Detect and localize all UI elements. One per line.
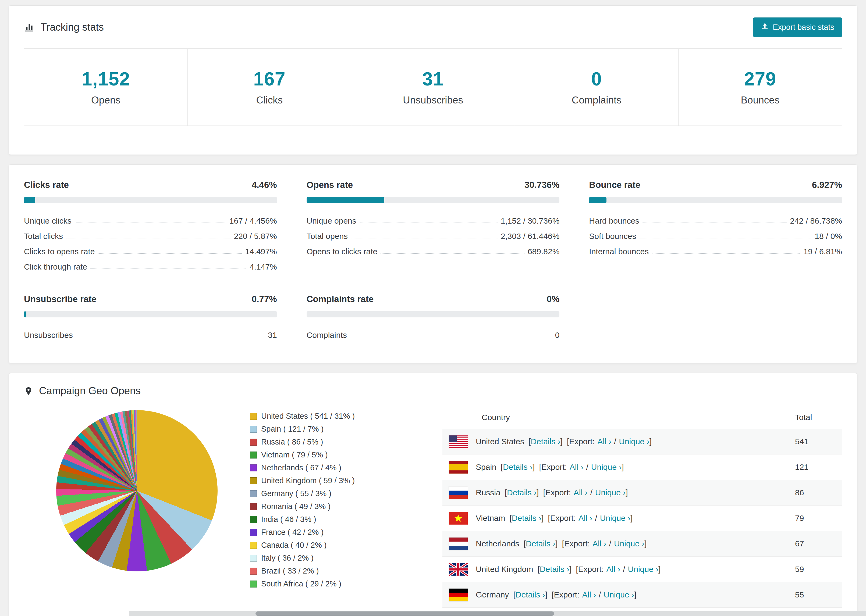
export-unique-link[interactable]: Unique › xyxy=(604,590,634,599)
dotted-leader xyxy=(652,253,800,254)
rate-detail-label: Hard bounces xyxy=(589,216,639,225)
export-unique-link[interactable]: Unique › xyxy=(619,437,649,446)
rate-detail-label: Soft bounces xyxy=(589,232,636,241)
export-all-link[interactable]: All › xyxy=(582,590,596,599)
stat-boxes-row: 1,152 Opens 167 Clicks 31 Unsubscribes 0… xyxy=(24,49,842,126)
export-unique-link[interactable]: Unique › xyxy=(591,462,622,471)
export-basic-stats-button[interactable]: Export basic stats xyxy=(753,17,842,37)
rate-detail-value: 31 xyxy=(268,331,277,340)
map-pin-icon xyxy=(24,385,33,397)
rate-value: 30.736% xyxy=(524,180,559,190)
details-link[interactable]: Details › xyxy=(503,462,532,471)
export-all-link[interactable]: All › xyxy=(592,539,606,548)
export-all-link[interactable]: All › xyxy=(597,437,611,446)
stat-label: Clicks xyxy=(256,94,283,106)
rate-detail-value: 220 / 5.87% xyxy=(234,232,277,241)
details-link[interactable]: Details › xyxy=(516,590,545,599)
dotted-leader xyxy=(639,238,811,238)
dotted-leader xyxy=(98,253,242,254)
export-all-link[interactable]: All › xyxy=(578,514,592,522)
legend-label: Italy ( 36 / 2% ) xyxy=(261,554,313,563)
stat-label: Complaints xyxy=(572,94,622,106)
legend-label: India ( 46 / 3% ) xyxy=(261,515,316,524)
rate-detail-label: Total opens xyxy=(307,232,348,241)
stat-box: 1,152 Opens xyxy=(24,49,188,126)
legend-label: Brazil ( 33 / 2% ) xyxy=(261,567,319,575)
export-all-link[interactable]: All › xyxy=(570,462,584,471)
country-total: 59 xyxy=(795,565,842,574)
country-flag-icon xyxy=(449,537,468,550)
rate-title: Complaints rate xyxy=(307,294,373,304)
legend-label: Russia ( 86 / 5% ) xyxy=(261,438,323,446)
legend-item: United Kingdom ( 59 / 3% ) xyxy=(250,476,438,485)
campaign-geo-opens-card: Campaign Geo Opens United States ( 541 /… xyxy=(9,373,857,616)
tracking-stats-title-row: Tracking stats xyxy=(24,22,104,33)
details-link[interactable]: Details › xyxy=(526,539,555,548)
geo-table-row: United Kingdom [Details ›] [Export:All ›… xyxy=(442,556,842,582)
export-all-link[interactable]: All › xyxy=(574,488,587,497)
rate-detail-value: 14.497% xyxy=(245,247,277,256)
rate-detail-label: Total clicks xyxy=(24,232,63,241)
legend-swatch xyxy=(250,542,257,549)
stat-label: Opens xyxy=(91,94,120,106)
geo-pie-chart[interactable] xyxy=(56,410,217,571)
rate-value: 6.927% xyxy=(812,180,842,190)
rate-detail-value: 1,152 / 30.736% xyxy=(501,216,560,225)
geo-table-header: Country Total xyxy=(442,406,842,429)
export-unique-link[interactable]: Unique › xyxy=(628,565,658,574)
horizontal-scrollbar-thumb[interactable] xyxy=(255,611,554,616)
legend-swatch xyxy=(250,555,257,562)
geo-title: Campaign Geo Opens xyxy=(39,385,141,397)
rate-block: Bounce rate 6.927% Hard bounces 242 / 86… xyxy=(589,180,842,272)
country-name: United Kingdom xyxy=(476,565,533,574)
rate-progress-bar xyxy=(307,311,560,317)
details-link[interactable]: Details › xyxy=(540,565,569,574)
rate-detail-value: 242 / 86.738% xyxy=(790,216,842,225)
legend-item: Netherlands ( 67 / 4% ) xyxy=(250,464,438,472)
rate-detail-row: Unique opens 1,152 / 30.736% xyxy=(307,210,560,225)
dotted-leader xyxy=(75,223,226,223)
rate-progress-bar xyxy=(24,311,277,317)
country-name: United States xyxy=(476,437,524,446)
geo-legend: United States ( 541 / 31% ) Spain ( 121 … xyxy=(250,406,438,608)
country-name: Germany xyxy=(476,590,509,599)
rate-detail-row: Hard bounces 242 / 86.738% xyxy=(589,210,842,225)
rate-block: Complaints rate 0% Complaints 0 xyxy=(307,294,560,340)
rate-progress-bar xyxy=(589,197,842,203)
rate-detail-row: Clicks to opens rate 14.497% xyxy=(24,241,277,256)
rate-block: Opens rate 30.736% Unique opens 1,152 / … xyxy=(307,180,560,272)
legend-item: United States ( 541 / 31% ) xyxy=(250,412,438,421)
details-link[interactable]: Details › xyxy=(512,514,542,522)
rate-progress-fill xyxy=(307,197,384,203)
export-unique-link[interactable]: Unique › xyxy=(614,539,644,548)
rate-detail-value: 19 / 6.81% xyxy=(804,247,842,256)
rate-detail-row: Unsubscribes 31 xyxy=(24,324,277,340)
export-unique-link[interactable]: Unique › xyxy=(595,488,625,497)
rate-detail-row: Total opens 2,303 / 61.446% xyxy=(307,225,560,241)
legend-item: France ( 42 / 2% ) xyxy=(250,528,438,537)
rate-title: Bounce rate xyxy=(589,180,640,190)
rate-value: 0.77% xyxy=(252,294,277,304)
legend-item: India ( 46 / 3% ) xyxy=(250,515,438,524)
rates-grid: Clicks rate 4.46% Unique clicks 167 / 4.… xyxy=(9,165,857,340)
details-link[interactable]: Details › xyxy=(507,488,537,497)
horizontal-scrollbar-track xyxy=(129,611,866,616)
rate-detail-row: Soft bounces 18 / 0% xyxy=(589,225,842,241)
rate-detail-label: Complaints xyxy=(307,331,347,340)
legend-swatch xyxy=(250,503,257,510)
dotted-leader xyxy=(76,337,265,337)
export-all-link[interactable]: All › xyxy=(606,565,620,574)
rate-progress-fill xyxy=(589,197,606,203)
export-unique-link[interactable]: Unique › xyxy=(600,514,630,522)
legend-item: Brazil ( 33 / 2% ) xyxy=(250,567,438,575)
rate-detail-value: 689.82% xyxy=(527,247,559,256)
details-link[interactable]: Details › xyxy=(531,437,560,446)
rate-block: Unsubscribe rate 0.77% Unsubscribes 31 xyxy=(24,294,277,340)
legend-swatch xyxy=(250,413,257,420)
legend-swatch xyxy=(250,426,257,433)
rate-detail-value: 0 xyxy=(555,331,560,340)
geo-pie-chart-area xyxy=(24,406,250,608)
bar-chart-icon xyxy=(24,22,35,33)
geo-table-row: United States [Details ›] [Export:All ›/… xyxy=(442,429,842,454)
legend-swatch xyxy=(250,567,257,575)
